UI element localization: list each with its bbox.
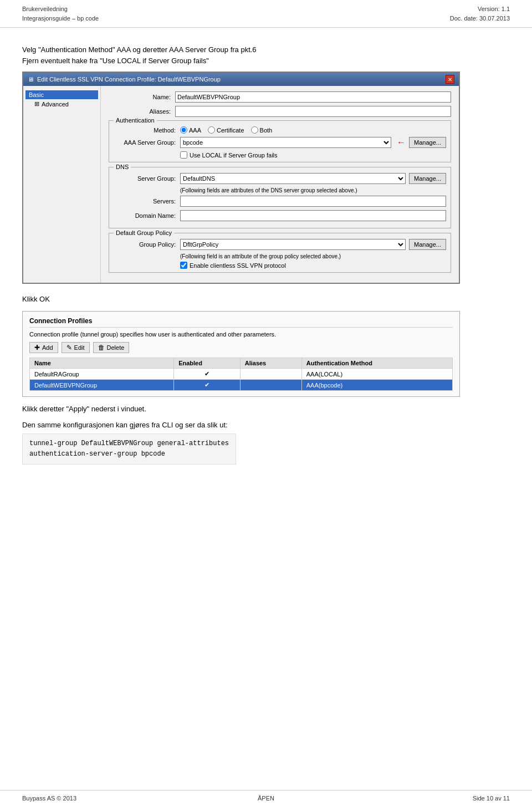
servers-input[interactable] [180, 196, 446, 207]
cli-section: Den samme konfigurasjonen kan gjøres fra… [22, 421, 510, 465]
radio-aaa-label: AAA [189, 127, 201, 134]
method-row: Method: AAA Certificate [114, 126, 446, 134]
header-version: Version: 1.1 [450, 4, 510, 14]
header-doc-title: Brukerveiledning [22, 4, 99, 14]
row-name: DefaultWEBVPNGroup [30, 380, 174, 391]
col-enabled: Enabled [174, 358, 241, 369]
dns-server-select-row: DefaultDNS Manage... [180, 173, 446, 184]
klikk-apply-text: Klikk deretter "Apply" nederst i vinduet… [22, 405, 510, 413]
use-local-label: Use LOCAL if Server Group fails [190, 152, 278, 159]
row-aliases [240, 369, 301, 380]
dns-manage-button[interactable]: Manage... [409, 173, 446, 184]
dns-server-group-label: Server Group: [114, 175, 180, 182]
header-left: Brukerveiledning Integrasjonsguide – bp … [22, 4, 99, 23]
connection-profiles-section: Connection Profiles Connection profile (… [22, 311, 460, 397]
group-policy-content: Group Policy: DfltGrpPolicy Manage... (F… [114, 239, 446, 269]
edit-button[interactable]: ✎ Edit [62, 342, 90, 353]
cli-code-block: tunnel-group DefaultWEBVPNGroup general-… [22, 433, 236, 465]
group-policy-label: Group Policy: [114, 241, 180, 248]
header-right: Version: 1.1 Doc. date: 30.07.2013 [450, 4, 510, 23]
header-date: Doc. date: 30.07.2013 [450, 14, 510, 23]
radio-both[interactable] [251, 126, 258, 134]
group-policy-select[interactable]: DfltGrpPolicy [180, 239, 406, 250]
conn-profiles-description: Connection profile (tunnel group) specif… [29, 331, 453, 338]
conn-profiles-title: Connection Profiles [29, 317, 453, 328]
add-button[interactable]: ✚ Add [29, 342, 58, 353]
add-label: Add [42, 344, 53, 351]
default-group-policy-section: Default Group Policy Group Policy: DfltG… [109, 233, 451, 273]
name-input[interactable] [175, 91, 451, 103]
aliases-input[interactable] [175, 106, 451, 117]
page-header: Brukerveiledning Integrasjonsguide – bp … [0, 0, 532, 28]
cli-code-line1: tunnel-group DefaultWEBVPNGroup general-… [29, 438, 229, 449]
row-auth-method: AAA(LOCAL) [301, 369, 452, 380]
radio-aaa[interactable] [180, 126, 187, 134]
dialog-sidebar: Basic ⊞ Advanced [23, 86, 101, 283]
servers-label: Servers: [114, 198, 180, 205]
group-policy-legend: Default Group Policy [114, 229, 174, 236]
servers-row: Servers: [114, 196, 446, 207]
domain-name-label: Domain Name: [114, 212, 180, 219]
group-policy-select-row: DfltGrpPolicy Manage... [180, 239, 446, 250]
header-doc-subtitle: Integrasjonsguide – bp code [22, 14, 99, 23]
row-enabled: ✔ [174, 380, 241, 391]
sidebar-item-advanced[interactable]: ⊞ Advanced [25, 99, 98, 109]
toolbar-buttons: ✚ Add ✎ Edit 🗑 Delete [29, 342, 453, 353]
aaa-server-select[interactable]: bpcode [180, 137, 391, 148]
table-row[interactable]: DefaultWEBVPNGroup✔AAA(bpcode) [30, 380, 453, 391]
name-label: Name: [109, 94, 175, 100]
aliases-label: Aliases: [109, 108, 175, 115]
authentication-content: Method: AAA Certificate [114, 126, 446, 159]
instruction-line1: Velg "Authentication Method" AAA og dere… [22, 44, 510, 55]
arrow-indicator: ← [397, 137, 406, 147]
group-manage-button[interactable]: Manage... [409, 239, 446, 250]
enable-clientless-checkbox[interactable] [180, 262, 187, 269]
group-policy-row: Group Policy: DfltGrpPolicy Manage... [114, 239, 446, 250]
enable-clientless-row: Enable clientless SSL VPN protocol [180, 262, 446, 269]
domain-name-input[interactable] [180, 210, 446, 221]
row-name: DefaultRAGroup [30, 369, 174, 380]
radio-certificate[interactable] [208, 126, 215, 134]
dialog-close-button[interactable]: ✕ [446, 75, 454, 84]
method-radio-group: AAA Certificate Both [180, 126, 272, 134]
aaa-manage-button[interactable]: Manage... [409, 137, 446, 148]
radio-certificate-label: Certificate [217, 127, 244, 134]
instruction-block: Velg "Authentication Method" AAA og dere… [22, 44, 510, 66]
aaa-server-group-label: AAA Server Group: [114, 139, 180, 146]
footer-right: Side 10 av 11 [473, 795, 510, 802]
cli-intro-text: Den samme konfigurasjonen kan gjøres fra… [22, 421, 510, 429]
authentication-legend: Authentication [114, 117, 157, 124]
profiles-table: Name Enabled Aliases Authentication Meth… [29, 358, 453, 391]
table-row[interactable]: DefaultRAGroup✔AAA(LOCAL) [30, 369, 453, 380]
aaa-server-select-row: bpcode ← Manage... [180, 137, 446, 148]
radio-certificate-option[interactable]: Certificate [208, 126, 244, 134]
delete-label: Delete [107, 344, 125, 351]
row-aliases [240, 380, 301, 391]
dialog-screenshot: 🖥 Edit Clientless SSL VPN Connection Pro… [22, 72, 460, 284]
radio-both-option[interactable]: Both [251, 126, 273, 134]
use-local-checkbox[interactable] [180, 151, 187, 159]
row-enabled: ✔ [174, 369, 241, 380]
expand-icon: ⊞ [34, 100, 39, 108]
method-label: Method: [114, 127, 180, 134]
table-header-row: Name Enabled Aliases Authentication Meth… [30, 358, 453, 369]
dialog-form: Name: Aliases: Authentication Method: [101, 86, 459, 283]
footer-center: ÅPEN [258, 795, 274, 802]
delete-button[interactable]: 🗑 Delete [93, 342, 130, 353]
col-name: Name [30, 358, 174, 369]
footer-left: Buypass AS © 2013 [22, 795, 76, 802]
dialog-body: Basic ⊞ Advanced Name: Aliases: [23, 86, 459, 283]
klikk-ok-text: Klikk OK [22, 295, 510, 303]
col-auth-method: Authentication Method [301, 358, 452, 369]
sidebar-item-basic[interactable]: Basic [25, 90, 98, 99]
edit-label: Edit [74, 344, 85, 351]
name-row: Name: [109, 91, 451, 103]
row-auth-method: AAA(bpcode) [301, 380, 452, 391]
group-policy-note: (Following field is an attribute of the … [180, 253, 446, 259]
dns-section: DNS Server Group: DefaultDNS Manage... [109, 167, 451, 228]
radio-aaa-option[interactable]: AAA [180, 126, 201, 134]
edit-icon: ✎ [66, 344, 72, 351]
dialog-titlebar: 🖥 Edit Clientless SSL VPN Connection Pro… [23, 73, 459, 86]
cli-code-line2: authentication-server-group bpcode [29, 449, 229, 460]
dns-server-select[interactable]: DefaultDNS [180, 173, 406, 184]
